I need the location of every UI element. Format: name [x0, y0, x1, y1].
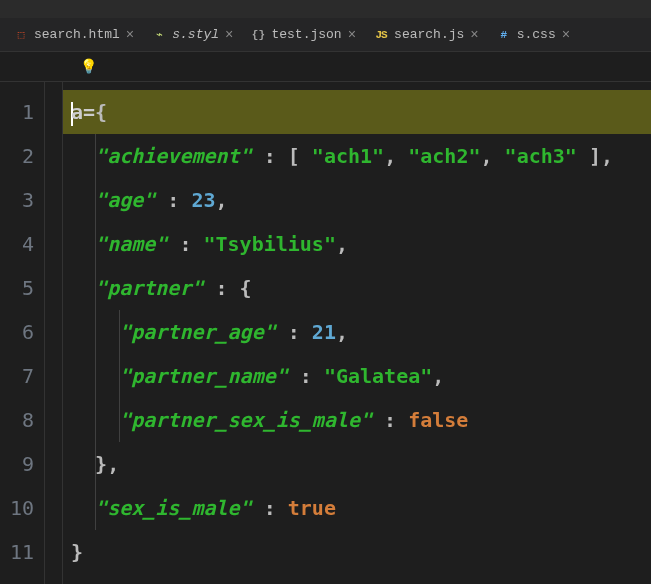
code-token: ,	[107, 452, 119, 476]
code-number: 21	[312, 320, 336, 344]
code-token: :	[288, 364, 324, 388]
code-area[interactable]: a={ "achievement" : [ "ach1", "ach2", "a…	[63, 82, 651, 584]
code-line[interactable]: "sex_is_male" : true	[63, 486, 651, 530]
code-token: :	[203, 276, 239, 300]
close-icon[interactable]: ×	[348, 27, 356, 43]
code-line[interactable]: },	[63, 442, 651, 486]
code-token: ]	[589, 144, 601, 168]
code-line[interactable]: "name" : "Tsybilius",	[63, 222, 651, 266]
indent-guide	[95, 354, 96, 398]
code-token: :	[372, 408, 408, 432]
indent-guide	[95, 310, 96, 354]
tab-search-html[interactable]: ⬚ search.html ×	[6, 21, 142, 49]
code-line[interactable]: }	[63, 530, 651, 574]
close-icon[interactable]: ×	[126, 27, 134, 43]
code-token: ,	[432, 364, 444, 388]
css-icon: #	[497, 28, 511, 42]
code-token: {	[240, 276, 252, 300]
indent-guide	[119, 398, 120, 442]
tab-label: s.css	[517, 27, 556, 42]
code-key: partner_sex_is_male	[131, 408, 360, 432]
code-key: achievement	[107, 144, 239, 168]
code-token: ,	[384, 144, 396, 168]
indent-guide	[95, 486, 96, 530]
tab-label: search.js	[394, 27, 464, 42]
line-number: 1	[0, 90, 44, 134]
code-string: Galatea	[336, 364, 420, 388]
code-token: :	[155, 188, 191, 212]
code-key: sex_is_male	[107, 496, 239, 520]
line-number: 2	[0, 134, 44, 178]
indent-guide	[95, 134, 96, 178]
json-icon: {}	[251, 28, 265, 42]
code-token: ,	[480, 144, 492, 168]
code-token: ,	[336, 232, 348, 256]
styl-icon: ⌁	[152, 28, 166, 42]
indent-guide	[95, 178, 96, 222]
code-number: 23	[191, 188, 215, 212]
tab-label: search.html	[34, 27, 120, 42]
fold-column	[45, 82, 63, 584]
code-string: ach1	[324, 144, 372, 168]
indent-guide	[119, 310, 120, 354]
code-line[interactable]: "achievement" : [ "ach1", "ach2", "ach3"…	[63, 134, 651, 178]
code-key: age	[107, 188, 143, 212]
code-token: a	[71, 100, 83, 124]
code-line[interactable]: "partner" : {	[63, 266, 651, 310]
code-key: partner	[107, 276, 191, 300]
close-icon[interactable]: ×	[562, 27, 570, 43]
code-token: ,	[336, 320, 348, 344]
tab-s-css[interactable]: # s.css ×	[489, 21, 578, 49]
indent-guide	[119, 354, 120, 398]
line-number: 3	[0, 178, 44, 222]
indent-guide	[95, 398, 96, 442]
code-line[interactable]: "partner_age" : 21,	[63, 310, 651, 354]
code-key: partner_age	[131, 320, 263, 344]
indent-guide	[95, 442, 96, 486]
html-icon: ⬚	[14, 28, 28, 42]
indent-guide	[95, 222, 96, 266]
code-token: ,	[601, 144, 613, 168]
tab-label: test.json	[271, 27, 341, 42]
lightbulb-icon[interactable]: 💡	[80, 58, 97, 75]
breadcrumb-bar: 💡	[0, 52, 651, 82]
code-key: name	[107, 232, 155, 256]
code-line[interactable]: "partner_sex_is_male" : false	[63, 398, 651, 442]
code-token: }	[71, 540, 83, 564]
code-boolean: true	[288, 496, 336, 520]
line-number: 6	[0, 310, 44, 354]
js-icon: JS	[374, 28, 388, 42]
code-string: ach2	[420, 144, 468, 168]
close-icon[interactable]: ×	[470, 27, 478, 43]
line-number: 4	[0, 222, 44, 266]
code-token: :	[252, 496, 288, 520]
code-string: ach3	[517, 144, 565, 168]
code-token: =	[83, 100, 95, 124]
tab-s-styl[interactable]: ⌁ s.styl ×	[144, 21, 241, 49]
line-number: 10	[0, 486, 44, 530]
code-token: :	[167, 232, 203, 256]
line-number-gutter: 1 2 3 4 5 6 7 8 9 10 11	[0, 82, 45, 584]
tab-label: s.styl	[172, 27, 219, 42]
line-number: 11	[0, 530, 44, 574]
window-topbar	[0, 0, 651, 18]
code-token: ,	[216, 188, 228, 212]
code-line[interactable]: a={	[63, 90, 651, 134]
code-string: Tsybilius	[216, 232, 324, 256]
code-key: partner_name	[131, 364, 276, 388]
tab-test-json[interactable]: {} test.json ×	[243, 21, 364, 49]
tab-search-js[interactable]: JS search.js ×	[366, 21, 487, 49]
tab-bar: ⬚ search.html × ⌁ s.styl × {} test.json …	[0, 18, 651, 52]
code-token: [	[288, 144, 300, 168]
code-token: :	[276, 320, 312, 344]
close-icon[interactable]: ×	[225, 27, 233, 43]
line-number: 8	[0, 398, 44, 442]
code-boolean: false	[408, 408, 468, 432]
editor: 1 2 3 4 5 6 7 8 9 10 11 a={ "achievement…	[0, 82, 651, 584]
code-token: }	[95, 452, 107, 476]
code-line[interactable]: "partner_name" : "Galatea",	[63, 354, 651, 398]
indent-guide	[95, 266, 96, 310]
code-token: {	[95, 100, 107, 124]
line-number: 7	[0, 354, 44, 398]
code-line[interactable]: "age" : 23,	[63, 178, 651, 222]
